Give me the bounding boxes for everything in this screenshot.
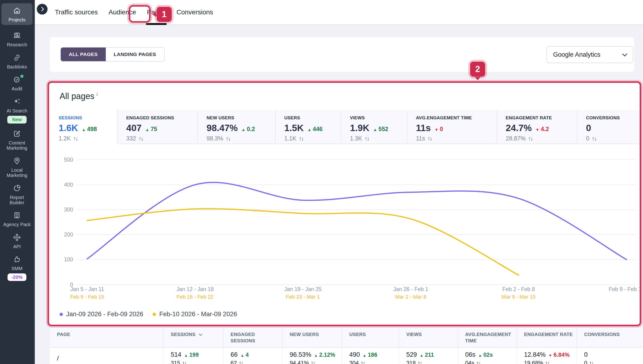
sidebar-item-agency-pack[interactable]: Agency Pack — [0, 211, 34, 227]
audit-check-icon — [13, 75, 21, 84]
metric-value: 11s — [416, 123, 431, 133]
metric-conversions[interactable]: CONVERSIONS 0 0 — [577, 110, 639, 144]
metric-previous: 28.87% — [506, 135, 577, 142]
chart-legend: Jan-09 2026 - Feb-09 2026 Feb-10 2026 - … — [60, 310, 237, 318]
metric-label: CONVERSIONS — [586, 115, 639, 120]
svg-text:Feb 9 - Feb 15: Feb 9 - Feb 15 — [609, 286, 639, 292]
col-header-users[interactable]: USERS — [342, 327, 399, 348]
metric-previous: 332 — [126, 135, 197, 142]
info-icon[interactable]: i — [96, 91, 98, 97]
metric-previous: 1.1K — [284, 135, 341, 142]
api-nodes-icon — [13, 233, 21, 242]
down-arrow-icon — [435, 126, 440, 132]
cell-users: 490186 304 — [342, 348, 399, 364]
thumbs-up-icon — [13, 255, 21, 264]
col-header-page[interactable]: PAGE — [50, 327, 163, 348]
metric-previous: 1.3K — [350, 135, 407, 142]
compare-arrows-icon — [427, 135, 432, 142]
up-arrow-icon — [240, 352, 246, 358]
sidebar-item-audit[interactable]: Audit — [0, 75, 34, 91]
metric-users[interactable]: USERS 1.5K446 1.1K — [275, 110, 341, 144]
up-arrow-icon — [82, 126, 87, 132]
sidebar-item-label: Projects — [2, 17, 32, 22]
col-header-avg-engagement-time[interactable]: AVG.ENGAGEMENT TIME — [458, 327, 516, 348]
legend-previous-period: Feb-10 2026 - Mar-09 2026 — [153, 310, 237, 318]
up-arrow-icon — [373, 126, 378, 132]
metric-label: ENGAGED SESSIONS — [126, 115, 197, 120]
metric-previous: 1.2K — [59, 135, 117, 142]
sidebar-item-label: SMM — [2, 266, 32, 271]
cell-page[interactable]: / — [50, 348, 163, 364]
sidebar-item-report-builder[interactable]: Report Builder — [0, 184, 34, 206]
metric-avg-engagement-time[interactable]: AVG.ENGAGEMENT TIME 11s0 11s — [407, 110, 496, 144]
up-arrow-icon — [184, 352, 189, 358]
sidebar-item-content-marketing[interactable]: Content Marketing — [0, 130, 34, 151]
data-source-value: Google Analytics — [553, 51, 600, 58]
discount-badge: -20% — [8, 274, 26, 281]
notification-dot — [20, 74, 24, 78]
filter-card: ALL PAGES LANDING PAGES Google Analytics — [50, 37, 634, 72]
tab-traffic-sources[interactable]: Traffic sources — [55, 0, 98, 24]
metric-delta: 0 — [435, 126, 443, 132]
tab-pages[interactable]: Pages — [147, 0, 166, 24]
tab-conversions[interactable]: Conversions — [176, 0, 213, 24]
metric-delta: 0.2 — [241, 126, 255, 132]
sidebar-item-research[interactable]: Research — [0, 31, 34, 47]
svg-text:Feb 2 - Feb 8: Feb 2 - Feb 8 — [502, 286, 535, 292]
new-badge: New — [7, 116, 26, 124]
sidebar-item-smm[interactable]: SMM -20% — [0, 255, 34, 281]
location-pin-icon — [13, 157, 21, 166]
col-header-conversions[interactable]: CONVERSIONS — [577, 327, 643, 348]
compare-arrows-icon — [299, 135, 303, 142]
metric-delta: 498 — [82, 126, 97, 132]
metric-tabs: SESSIONS 1.6K498 1.2K ENGAGED SESSIONS 4… — [50, 110, 639, 144]
table-row[interactable]: / 514199 315 664 62 96.53%2.12% 94.41% 4… — [50, 348, 643, 364]
sidebar-item-ai-search[interactable]: AI Search New — [0, 98, 34, 124]
cell-conversions: 0 0 — [577, 348, 643, 364]
sidebar: Projects Research Backlinks Audit — [0, 0, 35, 364]
all-pages-toggle[interactable]: ALL PAGES — [61, 48, 106, 61]
sidebar-item-api[interactable]: API — [0, 233, 34, 249]
col-header-sessions[interactable]: SESSIONS — [163, 327, 223, 348]
col-header-views[interactable]: VIEWS — [399, 327, 458, 348]
metric-label: USERS — [284, 115, 341, 120]
sidebar-collapse-button[interactable] — [37, 4, 47, 14]
compare-arrows-icon — [239, 360, 243, 364]
metric-engagement-rate[interactable]: ENGAGEMENT RATE 24.7%4.2 28.87% — [496, 110, 577, 144]
metric-previous: 0 — [586, 135, 639, 142]
col-header-new-users[interactable]: NEW USERS — [282, 327, 342, 348]
svg-text:500: 500 — [64, 157, 73, 163]
tab-audience[interactable]: Audience — [109, 0, 136, 24]
metric-delta: 552 — [373, 126, 388, 132]
metric-views[interactable]: VIEWS 1.9K552 1.3K — [341, 110, 407, 144]
svg-text:200: 200 — [64, 232, 73, 238]
svg-text:400: 400 — [64, 182, 73, 188]
sidebar-item-local-marketing[interactable]: Local Marketing — [0, 157, 34, 178]
metric-value: 98.47% — [207, 123, 238, 133]
svg-text:Mar 2 - Mar 8: Mar 2 - Mar 8 — [395, 294, 426, 300]
metric-delta: 75 — [145, 126, 157, 132]
sort-chevron-icon[interactable] — [199, 332, 202, 336]
metric-label: NEW USERS — [207, 115, 275, 120]
compare-arrows-icon — [182, 360, 186, 364]
col-header-engagement-rate[interactable]: ENGAGEMENT RATE — [516, 327, 577, 348]
svg-text:Mar 9 - Mar 15: Mar 9 - Mar 15 — [502, 294, 536, 300]
metric-engaged-sessions[interactable]: ENGAGED SESSIONS 40775 332 — [117, 110, 197, 144]
cell-new-users: 96.53%2.12% 94.41% — [282, 348, 342, 364]
purple-dot-icon — [60, 313, 63, 316]
landing-pages-toggle[interactable]: LANDING PAGES — [106, 48, 164, 61]
svg-text:100: 100 — [64, 256, 73, 262]
data-source-dropdown[interactable]: Google Analytics — [546, 46, 633, 63]
col-header-engaged-sessions[interactable]: ENGAGED SESSIONS — [223, 327, 282, 348]
metric-new-users[interactable]: NEW USERS 98.47%0.2 98.3% — [197, 110, 275, 144]
compare-arrows-icon — [528, 135, 532, 142]
down-arrow-icon — [536, 126, 541, 132]
compare-arrows-icon — [592, 135, 596, 142]
sidebar-item-projects[interactable]: Projects — [2, 3, 33, 25]
metric-label: ENGAGEMENT RATE — [506, 115, 577, 120]
metric-value: 24.7% — [506, 123, 532, 133]
sidebar-item-label: Audit — [2, 86, 32, 91]
sidebar-item-backlinks[interactable]: Backlinks — [0, 54, 34, 70]
up-arrow-icon — [241, 126, 247, 132]
metric-sessions[interactable]: SESSIONS 1.6K498 1.2K — [50, 110, 117, 144]
